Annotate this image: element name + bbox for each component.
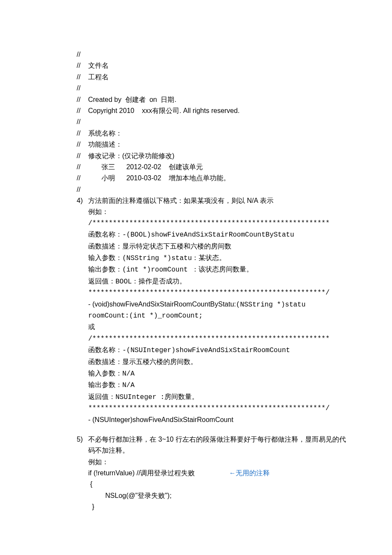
code-line: ****************************************…	[88, 403, 349, 414]
comment-line: // 工程名	[77, 72, 349, 83]
list-item-4: 4) 方法前面的注释遵循以下格式：如果某项没有，则以 N/A 表示 例如： /*…	[77, 195, 349, 425]
code-line: /***************************************…	[88, 333, 349, 344]
code-line: 输入参数：(NSString *)statu：某状态。	[88, 252, 349, 264]
body-text: 例如：	[88, 206, 349, 217]
code-line: - (void)showFiveAndSixStairRoomCountBySt…	[88, 299, 349, 310]
comment-line: //	[77, 49, 349, 60]
code-line: 输出参数：(int *)roomCount ：该状态房间数量。	[88, 264, 349, 275]
code-line: 函数名称：-(NSUInteger)showFiveAndSixStairRoo…	[88, 344, 349, 356]
code-line: {	[88, 479, 349, 490]
body-text: 例如：	[88, 457, 349, 468]
comment-line: // 功能描述：	[77, 139, 349, 150]
code-line: if (!returnValue) //调用登录过程失败←无用的注释	[88, 468, 349, 479]
comment-line: // Created by 创建者 on 日期.	[77, 94, 349, 105]
comment-line: //	[77, 116, 349, 127]
comment-line: // 文件名	[77, 60, 349, 71]
code-line: 函数名称：-(BOOL)showFiveAndSixStairRoomCount…	[88, 229, 349, 240]
code-line: 输入参数：N/A	[88, 368, 349, 379]
code-line: roomCount:(int *)_roomCount;	[88, 310, 349, 321]
code-line: 输出参数：N/A	[88, 379, 349, 391]
comment-line: //	[77, 83, 349, 94]
body-text: 方法前面的注释遵循以下格式：如果某项没有，则以 N/A 表示	[88, 195, 349, 206]
comment-line: //	[77, 184, 349, 195]
comment-line: // 修改记录：(仅记录功能修改)	[77, 150, 349, 162]
item-number: 5)	[77, 434, 88, 513]
body-text: 不必每行都加注释，在 3~10 行左右的段落做注释要好于每行都做注释，显而易见的…	[88, 434, 349, 457]
code-line: ****************************************…	[88, 287, 349, 298]
comment-line: // 系统名称：	[77, 128, 349, 139]
item-number: 4)	[77, 195, 88, 425]
code-line: 函数描述：显示特定状态下五楼和六楼的房间数	[88, 241, 349, 252]
code-line: NSLog(@"登录失败");	[88, 490, 349, 501]
list-item-5: 5) 不必每行都加注释，在 3~10 行左右的段落做注释要好于每行都做注释，显而…	[77, 434, 349, 513]
code-line: /***************************************…	[88, 218, 349, 229]
comment-line: // 张三 2012-02-02 创建该单元	[77, 162, 349, 173]
comment-line: // 小明 2010-03-02 增加本地点单功能。	[77, 173, 349, 184]
code-line: - (NSUInteger)showFiveAndSixStairRoomCou…	[88, 414, 349, 425]
comment-line: // Copyright 2010 xxx有限公司. All rights re…	[77, 105, 349, 116]
code-line: 返回值：NSUInteger :房间数量。	[88, 391, 349, 403]
code-line: }	[88, 501, 349, 512]
code-line: 或	[88, 321, 349, 333]
code-line: 函数描述：显示五楼六楼的房间数。	[88, 356, 349, 368]
annotation-note: ←无用的注释	[229, 469, 270, 477]
code-line: 返回值：BOOL：操作是否成功。	[88, 276, 349, 287]
